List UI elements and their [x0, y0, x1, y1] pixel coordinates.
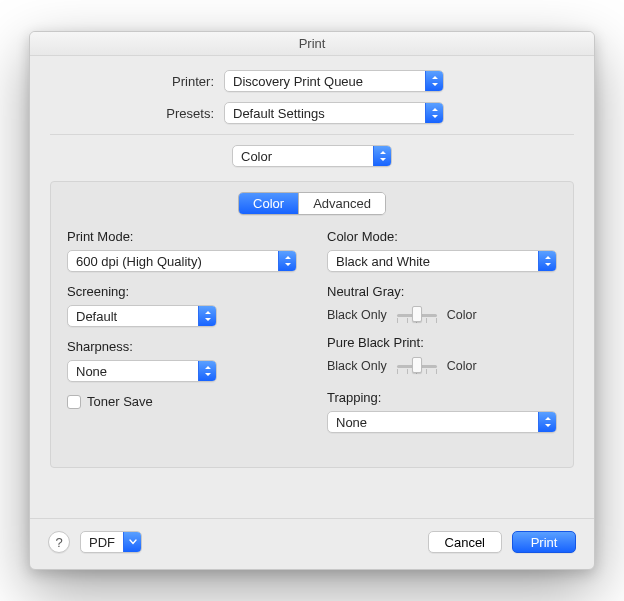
screening-label: Screening:	[67, 284, 297, 299]
left-column: Print Mode: 600 dpi (High Quality) Scree…	[67, 229, 297, 445]
pure-black-label: Pure Black Print:	[327, 335, 557, 350]
presets-label: Presets:	[50, 106, 224, 121]
toner-save-checkbox[interactable]	[67, 395, 81, 409]
sharpness-value: None	[76, 364, 198, 379]
section-value: Color	[241, 149, 373, 164]
screening-value: Default	[76, 309, 198, 324]
print-button[interactable]: Print	[512, 531, 576, 553]
updown-icon	[278, 251, 296, 271]
sharpness-select[interactable]: None	[67, 360, 217, 382]
neutral-gray-label: Neutral Gray:	[327, 284, 557, 299]
updown-icon	[538, 251, 556, 271]
chevron-down-icon	[123, 532, 141, 552]
right-column: Color Mode: Black and White Neutral Gray…	[327, 229, 557, 445]
updown-icon	[425, 71, 443, 91]
help-button[interactable]: ?	[48, 531, 70, 553]
pdf-menu[interactable]: PDF	[80, 531, 142, 553]
updown-icon	[538, 412, 556, 432]
print-mode-value: 600 dpi (High Quality)	[76, 254, 278, 269]
printer-select[interactable]: Discovery Print Queue	[224, 70, 444, 92]
color-mode-value: Black and White	[336, 254, 538, 269]
window-title: Print	[30, 32, 594, 56]
print-mode-label: Print Mode:	[67, 229, 297, 244]
color-mode-label: Color Mode:	[327, 229, 557, 244]
cancel-button[interactable]: Cancel	[428, 531, 502, 553]
dialog-content: Printer: Discovery Print Queue Presets: …	[30, 56, 594, 468]
print-dialog: Print Printer: Discovery Print Queue Pre…	[29, 31, 595, 570]
updown-icon	[425, 103, 443, 123]
options-panel: Color Advanced Print Mode: 600 dpi (High…	[50, 181, 574, 468]
divider	[50, 134, 574, 135]
presets-value: Default Settings	[233, 106, 425, 121]
trapping-label: Trapping:	[327, 390, 557, 405]
toner-save-label: Toner Save	[87, 394, 153, 409]
pdf-label: PDF	[81, 535, 123, 550]
updown-icon	[198, 306, 216, 326]
trapping-select[interactable]: None	[327, 411, 557, 433]
presets-select[interactable]: Default Settings	[224, 102, 444, 124]
slider-left-label: Black Only	[327, 308, 387, 322]
updown-icon	[198, 361, 216, 381]
sharpness-label: Sharpness:	[67, 339, 297, 354]
updown-icon	[373, 146, 391, 166]
tab-advanced[interactable]: Advanced	[298, 193, 385, 214]
tab-group: Color Advanced	[67, 192, 557, 215]
neutral-gray-slider[interactable]	[397, 305, 437, 325]
color-mode-select[interactable]: Black and White	[327, 250, 557, 272]
pure-black-slider[interactable]	[397, 356, 437, 376]
slider-right-label: Color	[447, 308, 477, 322]
screening-select[interactable]: Default	[67, 305, 217, 327]
tab-color[interactable]: Color	[239, 193, 298, 214]
print-mode-select[interactable]: 600 dpi (High Quality)	[67, 250, 297, 272]
section-select[interactable]: Color	[232, 145, 392, 167]
trapping-value: None	[336, 415, 538, 430]
slider-right-label: Color	[447, 359, 477, 373]
printer-value: Discovery Print Queue	[233, 74, 425, 89]
printer-label: Printer:	[50, 74, 224, 89]
slider-left-label: Black Only	[327, 359, 387, 373]
footer: ? PDF Cancel Print	[30, 518, 594, 569]
